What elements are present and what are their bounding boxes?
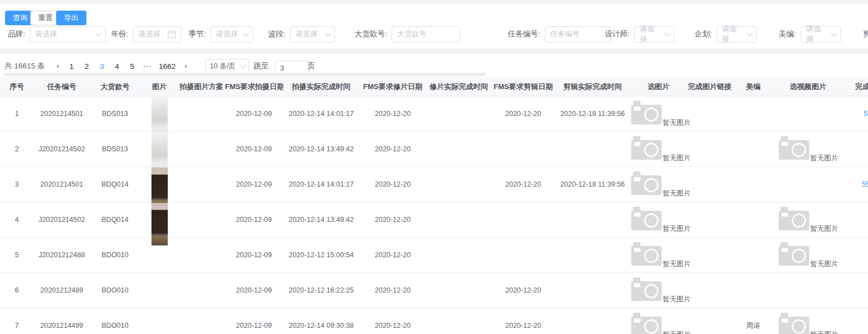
no-image-text: 暂无图片 [810, 154, 838, 162]
camera-icon [630, 171, 663, 196]
column-header-0: 序号 [0, 77, 34, 96]
page-2[interactable]: 2 [79, 62, 94, 71]
cell-product-image [140, 132, 178, 167]
cell-shoot-plan [178, 132, 224, 167]
cell-sku-code: BDQ014 [90, 202, 140, 238]
cell-seq: 2 [0, 132, 34, 167]
chevron-down-icon [95, 30, 102, 36]
designer-select[interactable]: 请选择 [634, 26, 674, 43]
cell-retouch-done-time [426, 273, 491, 308]
camera-icon [778, 136, 810, 160]
cell-shoot-plan [178, 273, 224, 308]
prev-page-button[interactable]: ‹ [52, 62, 64, 70]
more-pages-icon[interactable]: ••• [140, 63, 155, 69]
cell-product-image [140, 202, 178, 238]
cell-video-pick-image: 暂无图片 [774, 308, 842, 334]
filter-planning: 企划: 请选择 [695, 26, 757, 43]
next-page-button[interactable]: › [180, 62, 192, 70]
cell-retouch-due-date: 2020-12-20 [359, 238, 426, 273]
cell-task-number: 20201214499 [34, 308, 90, 334]
cell-video-pick-image [774, 96, 842, 132]
no-image-placeholder: 暂无图片 [630, 100, 687, 128]
cell-retouch-due-date: 2020-12-20 [359, 167, 426, 202]
designer-label: 设计师: [605, 29, 630, 39]
page-4[interactable]: 4 [109, 62, 125, 71]
cell-sku-code: BDO010 [90, 273, 140, 308]
cell-done-image-link [687, 132, 732, 167]
cell-shoot-plan [178, 96, 224, 132]
cell-task-number: J20201212488 [34, 238, 90, 273]
camera-icon [778, 312, 810, 334]
year-date-picker[interactable]: 请选择 [133, 26, 181, 43]
column-header-11: 选图片 [630, 77, 687, 96]
no-image-placeholder: 暂无图片 [775, 136, 841, 163]
cell-edit-done-time: 2020-12-18 11:39:56 [555, 96, 630, 132]
export-button[interactable]: 导出 [56, 11, 86, 25]
cell-task-number: 20201212489 [34, 273, 90, 308]
brand-select[interactable]: 请选择 [30, 26, 105, 43]
cell-retouch-done-time [426, 96, 491, 132]
cell-art-editor [732, 167, 774, 202]
no-image-placeholder: 暂无图片 [630, 136, 687, 163]
cell-pick-image: 暂无图片 [630, 167, 687, 202]
page-1[interactable]: 1 [64, 62, 79, 71]
page-3-current[interactable]: 3 [94, 62, 109, 71]
cell-done-image-link [687, 202, 732, 238]
column-header-10: 剪辑实际完成时间 [555, 77, 630, 96]
table-row: 320201214501BDQ0142020-12-092020-12-14 1… [0, 167, 868, 202]
filter-task-no: 任务编号: 任务编号 [508, 26, 611, 43]
chevron-down-icon [325, 30, 331, 36]
photo-task-management-page: 查询 重置 导出 品牌: 请选择 年份: 请选择 季节: 请选择 波段: 请选择… [0, 0, 868, 334]
filter-wave: 波段: 请选择 [268, 26, 335, 43]
sku-placeholder: 大货款号 [397, 29, 426, 39]
cell-retouch-due-date: 2020-12-20 [359, 96, 426, 132]
cell-video-link [842, 308, 868, 334]
cell-video-pick-image: 暂无图片 [774, 202, 842, 238]
task-no-label: 任务编号: [508, 29, 540, 39]
cell-sku-code: BDQ014 [90, 167, 140, 202]
no-image-placeholder: 暂无图片 [630, 206, 687, 234]
no-image-text: 暂无图片 [663, 189, 691, 197]
cell-video-link [842, 132, 868, 167]
page-5[interactable]: 5 [125, 62, 140, 71]
cell-retouch-done-time [426, 167, 491, 202]
designer-placeholder: 请选择 [640, 24, 661, 44]
cell-video-link [842, 202, 868, 238]
camera-icon [630, 100, 663, 125]
cell-edit-due-date [491, 238, 555, 273]
page-size-select[interactable]: 10 条/页 [205, 59, 249, 73]
cell-edit-due-date: 2020-12-20 [491, 308, 555, 334]
cell-edit-due-date [491, 132, 555, 167]
cell-task-number: J20201214502 [34, 202, 90, 238]
page-size-value: 10 条/页 [210, 62, 236, 71]
art-editor-select[interactable]: 请选择 [801, 26, 841, 43]
season-select[interactable]: 请选择 [210, 26, 253, 43]
cell-task-number: 20201214501 [34, 167, 90, 202]
cell-pick-image: 暂无图片 [630, 308, 687, 334]
table-header: 序号任务编号大货款号图片拍摄图片方案FMS要求拍摄日期拍摄实际完成时间FMS要求… [0, 77, 868, 96]
planning-select[interactable]: 请选择 [717, 26, 757, 43]
no-image-text: 暂无图片 [810, 260, 838, 268]
last-page[interactable]: 1662 [155, 62, 180, 71]
cell-art-editor [732, 273, 774, 308]
cell-art-editor [732, 238, 774, 273]
calendar-icon [168, 31, 176, 38]
horizontal-scrollbar[interactable] [3, 73, 486, 76]
cell-done-image-link [687, 96, 732, 132]
cell-product-image [140, 167, 178, 202]
cell-edit-due-date: 2020-12-20 [491, 273, 555, 308]
no-image-placeholder: 暂无图片 [630, 312, 687, 334]
table-row: 620201212489BDO0102020-12-092020-12-12 1… [0, 273, 868, 308]
cell-shoot-plan [178, 238, 224, 273]
wave-select[interactable]: 请选择 [290, 26, 335, 43]
product-thumbnail[interactable] [151, 309, 168, 334]
cell-retouch-done-time [426, 308, 491, 334]
cell-pick-image: 暂无图片 [630, 238, 687, 273]
sku-label: 大货款号: [355, 29, 387, 39]
video-link[interactable]: 5555 [862, 180, 868, 188]
sku-input[interactable]: 大货款号 [392, 26, 460, 43]
no-image-placeholder: 暂无图片 [775, 206, 841, 234]
video-link[interactable]: 555 [864, 110, 868, 118]
task-no-input[interactable]: 任务编号 [545, 26, 611, 43]
cell-seq: 7 [0, 308, 34, 334]
